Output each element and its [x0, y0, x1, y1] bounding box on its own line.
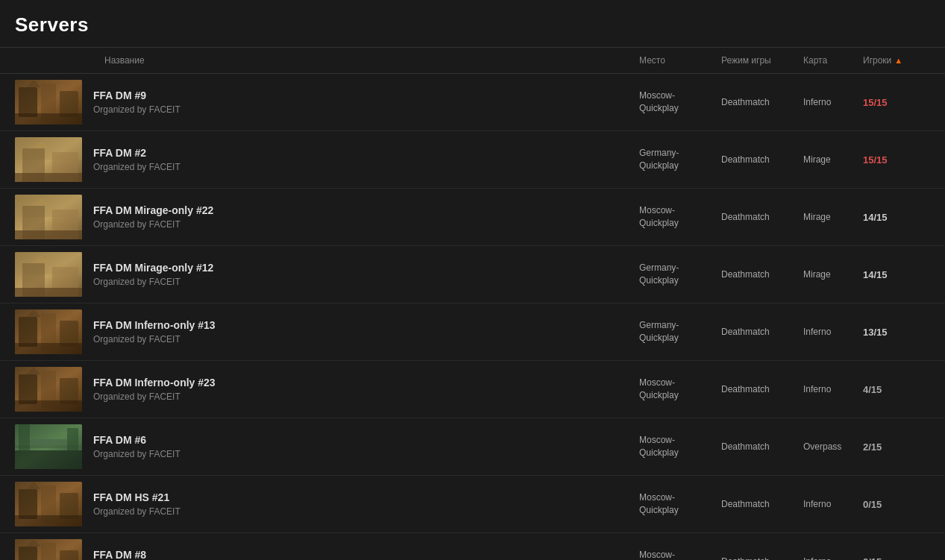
table-row[interactable]: FFA DM #6 Organized by FACEIT Moscow-Qui… [0, 418, 945, 476]
server-mode: Deathmatch [721, 556, 803, 560]
server-location: Germany-Quickplay [639, 262, 721, 287]
header-name: Название [97, 55, 639, 66]
svg-rect-33 [60, 378, 78, 404]
server-players: 0/15 [863, 499, 930, 510]
server-name: FFA DM #2 [93, 147, 639, 159]
server-location: Moscow-Quickplay [639, 204, 721, 230]
table-row[interactable]: FFA DM #2 Organized by FACEIT Germany-Qu… [0, 131, 945, 189]
server-name: FFA DM #9 [93, 89, 639, 101]
server-location: Moscow-Quickplay [639, 377, 721, 402]
server-players: 14/15 [863, 269, 930, 280]
server-organizer: Organized by FACEIT [93, 449, 639, 459]
table-row[interactable]: FFA DM Mirage-only #12 Organized by FACE… [0, 246, 945, 303]
svg-rect-4 [15, 113, 82, 125]
server-location: Moscow-Quickplay [639, 491, 721, 517]
table-row[interactable]: FFA DM Inferno-only #13 Organized by FAC… [0, 303, 945, 361]
svg-rect-22 [15, 288, 82, 297]
table-container: Название Место Режим игры Карта Игроки ▲… [0, 48, 945, 560]
table-header: Название Место Режим игры Карта Игроки ▲ [0, 48, 945, 74]
server-organizer: Organized by FACEIT [93, 162, 639, 172]
table-row[interactable]: FFA DM Mirage-only #22 Organized by FACE… [0, 189, 945, 246]
rows-container: FFA DM #9 Organized by FACEIT Moscow-Qui… [0, 74, 945, 560]
server-mode: Deathmatch [721, 327, 803, 337]
svg-rect-10 [15, 173, 82, 182]
svg-rect-27 [60, 321, 78, 347]
svg-rect-43 [19, 489, 37, 519]
svg-rect-38 [30, 439, 67, 445]
server-map: Mirage [803, 212, 863, 222]
server-map: Inferno [803, 384, 863, 394]
server-thumbnail [15, 539, 82, 560]
server-organizer: Organized by FACEIT [93, 104, 639, 115]
svg-rect-31 [19, 374, 37, 404]
server-thumbnail [15, 195, 82, 239]
server-info: FFA DM Inferno-only #23 Organized by FAC… [82, 377, 639, 402]
server-name: FFA DM Inferno-only #23 [93, 377, 639, 388]
server-players: 15/15 [863, 154, 930, 166]
server-players: 2/15 [863, 441, 930, 453]
table-row[interactable]: FFA DM #9 Organized by FACEIT Moscow-Qui… [0, 74, 945, 131]
svg-rect-25 [19, 317, 37, 347]
server-mode: Deathmatch [721, 154, 803, 165]
svg-rect-1 [19, 87, 37, 117]
server-organizer: Organized by FACEIT [93, 506, 639, 517]
server-info: FFA DM #6 Organized by FACEIT [82, 434, 639, 459]
server-thumbnail [15, 367, 82, 412]
server-map: Mirage [803, 154, 863, 165]
server-map: Overpass [803, 441, 863, 452]
server-info: FFA DM HS #21 Organized by FACEIT [82, 491, 639, 517]
svg-rect-49 [19, 547, 37, 560]
svg-rect-45 [60, 493, 78, 519]
server-mode: Deathmatch [721, 441, 803, 452]
server-thumbnail [15, 424, 82, 469]
header-map: Карта [803, 55, 863, 66]
server-map: Inferno [803, 327, 863, 337]
server-organizer: Organized by FACEIT [93, 277, 639, 287]
server-players: 13/15 [863, 327, 930, 338]
server-location: Germany-Quickplay [639, 147, 721, 172]
table-row[interactable]: FFA DM HS #21 Organized by FACEIT Moscow… [0, 476, 945, 533]
server-thumbnail [15, 137, 82, 182]
server-info: FFA DM #8 Organized by FACEIT [82, 549, 639, 560]
header-mode: Режим игры [721, 55, 803, 66]
server-organizer: Organized by FACEIT [93, 219, 639, 230]
svg-rect-51 [60, 550, 78, 560]
server-info: FFA DM #2 Organized by FACEIT [82, 147, 639, 172]
server-name: FFA DM Mirage-only #12 [93, 262, 639, 274]
server-map: Inferno [803, 499, 863, 509]
server-mode: Deathmatch [721, 97, 803, 107]
server-thumbnail [15, 80, 82, 125]
svg-rect-46 [15, 515, 82, 526]
server-name: FFA DM HS #21 [93, 491, 639, 503]
server-info: FFA DM #9 Organized by FACEIT [82, 89, 639, 115]
server-map: Inferno [803, 97, 863, 107]
server-mode: Deathmatch [721, 212, 803, 222]
server-map: Inferno [803, 556, 863, 560]
server-players: 0/15 [863, 556, 930, 561]
server-info: FFA DM Inferno-only #13 Organized by FAC… [82, 319, 639, 345]
server-players: 4/15 [863, 384, 930, 395]
server-name: FFA DM Mirage-only #22 [93, 204, 639, 216]
svg-rect-16 [15, 230, 82, 239]
server-thumbnail [15, 482, 82, 526]
page-title: Servers [15, 13, 930, 37]
server-location: Moscow-Quickplay [639, 89, 721, 115]
svg-rect-50 [41, 543, 56, 560]
server-organizer: Organized by FACEIT [93, 391, 639, 402]
table-row[interactable]: FFA DM Inferno-only #23 Organized by FAC… [0, 361, 945, 418]
svg-rect-37 [15, 450, 82, 469]
server-name: FFA DM #8 [93, 549, 639, 560]
server-mode: Deathmatch [721, 499, 803, 509]
svg-rect-34 [15, 400, 82, 412]
server-mode: Deathmatch [721, 384, 803, 394]
server-info: FFA DM Mirage-only #22 Organized by FACE… [82, 204, 639, 230]
server-players: 15/15 [863, 97, 930, 108]
server-name: FFA DM #6 [93, 434, 639, 446]
sort-arrow-icon: ▲ [894, 56, 902, 65]
page-header: Servers [0, 0, 945, 48]
server-location: Germany-Quickplay [639, 319, 721, 345]
header-location: Место [639, 55, 721, 66]
svg-rect-28 [15, 343, 82, 354]
table-row[interactable]: FFA DM #8 Organized by FACEIT Moscow-Qui… [0, 533, 945, 560]
server-organizer: Organized by FACEIT [93, 334, 639, 345]
